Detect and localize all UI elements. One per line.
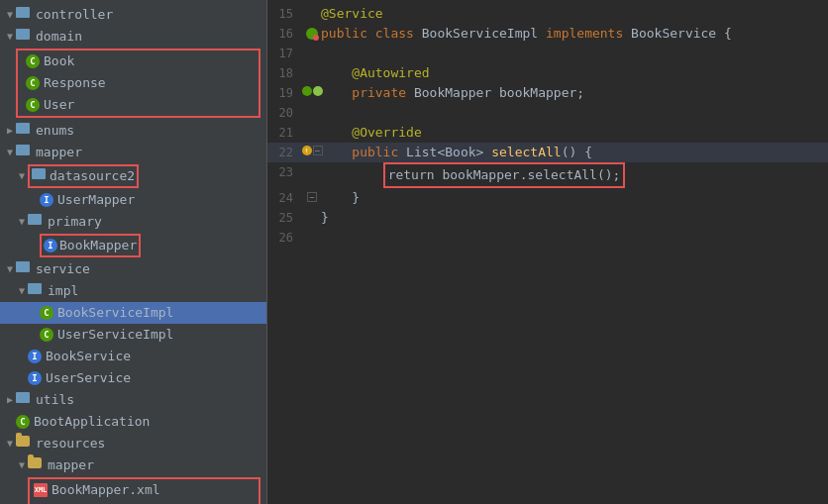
code-line-24: 24 − }: [267, 188, 828, 208]
sidebar-item-bootapplication[interactable]: C BootApplication: [0, 411, 266, 433]
package-icon: [16, 123, 32, 139]
tree-label: service: [36, 259, 90, 279]
package-icon: [28, 214, 44, 230]
arrow-icon: ▼: [4, 434, 16, 454]
sidebar-item-userserviceimpl[interactable]: C UserServiceImpl: [0, 324, 266, 346]
line-number: 22: [267, 143, 303, 162]
sidebar-item-bookmapper-xml[interactable]: XML BookMapper.xml: [30, 479, 259, 501]
sidebar-item-user[interactable]: C User: [18, 94, 259, 116]
tree-label: controller: [36, 5, 113, 25]
tree-label: datasource2: [50, 166, 135, 186]
class-i-icon: I: [40, 193, 53, 207]
arrow-icon: ▼: [4, 259, 16, 279]
arrow-icon: ▼: [16, 455, 28, 475]
sidebar-item-resources-mapper[interactable]: ▼ mapper: [0, 454, 266, 476]
code-line-21: 21 @Override: [267, 123, 828, 143]
sidebar-item-primary[interactable]: ▼ primary: [0, 211, 266, 233]
sidebar-item-impl[interactable]: ▼ impl: [0, 280, 266, 302]
line-gutter: [303, 24, 321, 36]
tree-label: resources: [36, 434, 105, 454]
line-number: 20: [267, 103, 303, 123]
arrow-icon: ▼: [4, 143, 16, 162]
line-gutter: [303, 83, 321, 93]
line-gutter: −: [303, 188, 321, 202]
tree-label: mapper: [36, 143, 82, 162]
class-c-icon: C: [40, 306, 53, 320]
code-line-23: 23 return bookMapper.selectAll();: [267, 162, 828, 188]
tree-label: enums: [36, 121, 74, 141]
sidebar-item-mapper[interactable]: ▼ mapper: [0, 142, 266, 163]
tree-label: UserService: [46, 368, 131, 388]
package-icon: [16, 261, 32, 277]
line-number: 23: [267, 162, 303, 182]
code-line-17: 17: [267, 44, 828, 63]
class-c-icon: C: [26, 76, 40, 90]
class-c-icon: C: [40, 328, 53, 342]
tree-label: User: [44, 95, 74, 115]
code-editor[interactable]: 15 @Service 16 public class BookServiceI…: [267, 0, 828, 504]
code-line-19: 19 private BookMapper bookMapper;: [267, 83, 828, 103]
folder-icon: [28, 457, 44, 473]
line-content: @Autowired: [321, 63, 828, 83]
tree-label: BootApplication: [34, 412, 150, 432]
line-number: 18: [267, 63, 303, 83]
sidebar-item-userservice[interactable]: I UserService: [0, 367, 266, 389]
fold-icon[interactable]: −: [307, 192, 317, 202]
class-c-icon: C: [26, 54, 40, 68]
package-icon: [32, 168, 48, 184]
tree-label: mapper: [48, 455, 94, 475]
file-tree[interactable]: ▼ controller ▼ domain C Book C Response …: [0, 0, 267, 504]
sidebar-item-service[interactable]: ▼ service: [0, 258, 266, 280]
code-line-18: 18 @Autowired: [267, 63, 828, 83]
package-icon: [16, 392, 32, 408]
class-i-icon: I: [28, 371, 42, 385]
line-gutter: ↑ −: [303, 143, 321, 152]
sidebar-item-book[interactable]: C Book: [18, 50, 259, 72]
tree-label: BookMapper.xml: [52, 480, 160, 500]
package-icon: [16, 145, 32, 160]
fold-icon[interactable]: −: [313, 146, 323, 155]
sidebar-item-utils[interactable]: ▶ utils: [0, 389, 266, 411]
sidebar-item-usermapper[interactable]: I UserMapper: [0, 189, 266, 211]
arrow-icon: ▼: [16, 166, 28, 186]
line-number: 25: [267, 208, 303, 228]
sidebar-item-domain[interactable]: ▼ domain: [0, 26, 266, 48]
package-icon: [28, 283, 44, 299]
sidebar-item-bookmapper[interactable]: I BookMapper: [0, 233, 266, 258]
line-content: public List<Book> selectAll() {: [321, 143, 828, 162]
datasource2-outlined: datasource2: [28, 164, 139, 188]
class-i-icon: I: [44, 239, 57, 252]
line-content: private BookMapper bookMapper;: [321, 83, 828, 103]
code-line-16: 16 public class BookServiceImpl implemen…: [267, 24, 828, 44]
line-content: return bookMapper.selectAll();: [321, 162, 828, 188]
line-number: 15: [267, 4, 303, 24]
code-line-26: 26: [267, 228, 828, 248]
line-number: 16: [267, 24, 303, 44]
line-content: @Service: [321, 4, 828, 24]
package-icon: [16, 7, 32, 23]
line-number: 17: [267, 44, 303, 63]
sidebar-item-datasource2[interactable]: ▼ datasource2: [0, 163, 266, 189]
folder-icon: [16, 436, 32, 452]
sidebar-item-controller[interactable]: ▼ controller: [0, 4, 266, 26]
tree-label: UserServiceImpl: [57, 325, 173, 345]
class-c-icon: C: [26, 98, 40, 112]
tree-label: UserMapper: [57, 190, 135, 210]
sidebar-item-enums[interactable]: ▶ enums: [0, 120, 266, 142]
package-icon: [16, 29, 32, 45]
class-c-icon: C: [16, 415, 30, 429]
tree-label: impl: [48, 281, 78, 301]
arrow-icon: ▼: [16, 281, 28, 301]
tree-label: primary: [48, 212, 102, 232]
line-content: @Override: [321, 123, 828, 143]
sidebar-item-response[interactable]: C Response: [18, 72, 259, 94]
sidebar-item-resources[interactable]: ▼ resources: [0, 433, 266, 454]
arrow-icon: ▶: [4, 121, 16, 141]
code-line-15: 15 @Service: [267, 4, 828, 24]
line-content: }: [321, 188, 828, 208]
sidebar-item-bookservice[interactable]: I BookService: [0, 346, 266, 367]
tree-label: BookService: [46, 347, 131, 366]
sidebar-item-bookserviceimpl[interactable]: C BookServiceImpl: [0, 302, 266, 324]
line-number: 24: [267, 188, 303, 208]
line-number: 19: [267, 83, 303, 103]
